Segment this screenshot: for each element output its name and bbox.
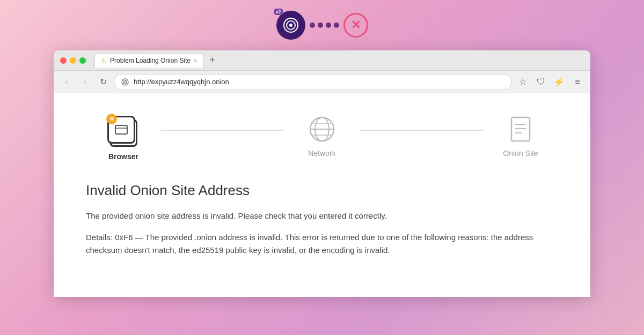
title-bar: ⚠ Problem Loading Onion Site × + — [54, 50, 590, 71]
toolbar-actions: ☆ 🛡 ⚡ ≡ — [515, 75, 585, 90]
page-content: ✕ Browser — [54, 93, 590, 297]
new-tab-button[interactable]: + — [206, 54, 219, 68]
maximize-traffic-light[interactable] — [79, 57, 86, 64]
network-status-label: Network — [308, 149, 335, 158]
status-network: Network — [284, 115, 360, 158]
close-traffic-light[interactable] — [60, 57, 67, 64]
traffic-lights — [60, 57, 86, 64]
onion-site-status-label: Onion Site — [503, 149, 538, 158]
browser-icon-wrapper: ✕ — [107, 115, 140, 147]
v2-badge: v2 — [274, 9, 283, 15]
status-onion-site: Onion Site — [483, 115, 558, 158]
refresh-button[interactable]: ↻ — [96, 75, 111, 90]
extensions-button[interactable]: ⚡ — [552, 75, 567, 90]
error-x-circle: ✕ — [343, 13, 368, 38]
onion-icon — [121, 78, 129, 86]
active-tab[interactable]: ⚠ Problem Loading Onion Site × — [94, 53, 203, 68]
browser-window-icon — [115, 125, 128, 135]
tor-logo: v2 — [276, 11, 305, 40]
dot-3 — [326, 23, 331, 28]
tor-icon — [282, 17, 299, 34]
connector-1 — [161, 130, 284, 131]
bookmark-button[interactable]: ☆ — [515, 75, 530, 90]
browser-error-dot: ✕ — [106, 114, 117, 124]
onion-site-icon — [506, 115, 535, 144]
shield-button[interactable]: 🛡 — [533, 75, 548, 90]
error-title: Invalid Onion Site Address — [86, 182, 558, 199]
tab-close-button[interactable]: × — [194, 57, 197, 64]
svg-point-5 — [125, 81, 126, 83]
tab-warning-icon: ⚠ — [100, 57, 107, 65]
address-bar[interactable]: http://expyuzz4wqqyqhjn.onion — [114, 74, 512, 90]
error-details: Details: 0xF6 — The provided .onion addr… — [86, 231, 558, 257]
error-body: The provided onion site address is inval… — [86, 210, 558, 222]
dot-4 — [334, 23, 339, 28]
svg-point-2 — [289, 24, 292, 27]
browser-status-label: Browser — [108, 152, 138, 161]
status-browser: ✕ Browser — [86, 115, 161, 161]
dot-2 — [318, 23, 323, 28]
toolbar: ‹ › ↻ http://expyuzz4wqqyqhjn.onion ☆ 🛡 … — [54, 71, 590, 93]
connector-2 — [360, 130, 483, 131]
svg-rect-6 — [115, 125, 127, 134]
dot-1 — [310, 23, 315, 28]
menu-button[interactable]: ≡ — [570, 75, 585, 90]
forward-button[interactable]: › — [77, 75, 92, 90]
minimize-traffic-light[interactable] — [70, 57, 76, 64]
tab-title: Problem Loading Onion Site — [110, 57, 191, 64]
back-button[interactable]: ‹ — [59, 75, 74, 90]
top-icon-area: v2 ✕ — [276, 11, 368, 40]
browser-window: ⚠ Problem Loading Onion Site × + ‹ › ↻ h… — [54, 50, 590, 297]
url-display: http://expyuzz4wqqyqhjn.onion — [134, 78, 229, 86]
status-icons-row: ✕ Browser — [86, 115, 558, 161]
tab-bar: ⚠ Problem Loading Onion Site × + — [94, 53, 584, 68]
globe-icon — [308, 115, 336, 144]
connection-dots — [310, 23, 339, 28]
